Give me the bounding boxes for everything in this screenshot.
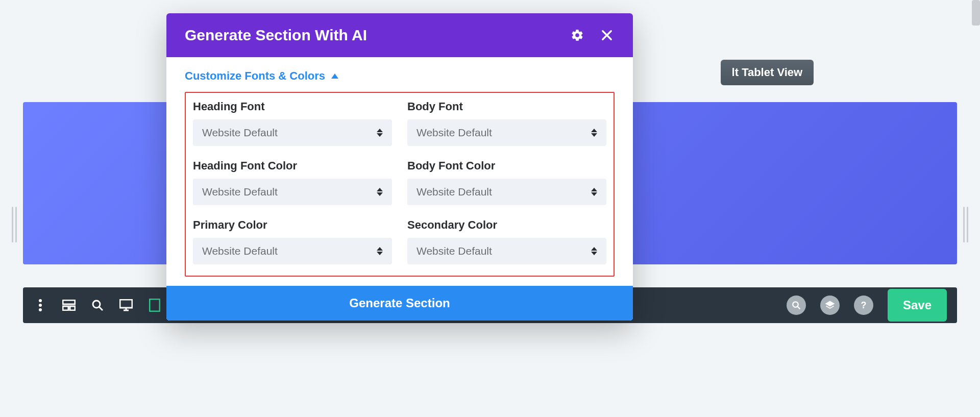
field-heading-font: Heading Font Website Default bbox=[193, 100, 392, 146]
carousel-handle-right[interactable] bbox=[961, 204, 971, 245]
modal-title: Generate Section With AI bbox=[185, 27, 555, 44]
field-secondary-color: Secondary Color Website Default bbox=[407, 218, 606, 264]
carousel-handle-left[interactable] bbox=[9, 204, 19, 245]
save-button-label: Save bbox=[903, 298, 932, 312]
tab-tablet-view[interactable]: lt Tablet View bbox=[721, 60, 814, 85]
field-body-font: Body Font Website Default bbox=[407, 100, 606, 146]
svg-rect-4 bbox=[63, 306, 68, 310]
save-button[interactable]: Save bbox=[888, 289, 947, 322]
sort-arrows-icon bbox=[591, 129, 597, 137]
primary-color-select[interactable]: Website Default bbox=[193, 238, 392, 264]
close-icon[interactable] bbox=[599, 28, 615, 43]
sort-arrows-icon bbox=[377, 129, 383, 137]
heading-font-color-value: Website Default bbox=[202, 186, 278, 198]
secondary-color-select[interactable]: Website Default bbox=[407, 238, 606, 264]
svg-rect-5 bbox=[70, 306, 75, 310]
search-icon[interactable] bbox=[90, 298, 105, 312]
primary-color-label: Primary Color bbox=[193, 218, 392, 232]
heading-font-select[interactable]: Website Default bbox=[193, 119, 392, 146]
primary-color-value: Website Default bbox=[202, 245, 278, 257]
body-font-select[interactable]: Website Default bbox=[407, 119, 606, 146]
zoom-icon[interactable] bbox=[787, 296, 806, 315]
svg-rect-3 bbox=[63, 300, 75, 304]
tablet-icon[interactable] bbox=[148, 298, 162, 312]
svg-line-7 bbox=[99, 307, 103, 310]
generate-section-label: Generate Section bbox=[349, 296, 450, 310]
svg-rect-8 bbox=[120, 300, 132, 308]
svg-rect-11 bbox=[150, 299, 160, 311]
svg-point-1 bbox=[39, 304, 42, 307]
gear-icon[interactable] bbox=[570, 28, 585, 43]
svg-point-2 bbox=[39, 308, 42, 311]
modal-body: Customize Fonts & Colors Heading Font We… bbox=[166, 57, 633, 286]
window-scrollbar[interactable] bbox=[972, 0, 980, 26]
customize-fonts-colors-toggle[interactable]: Customize Fonts & Colors bbox=[185, 69, 615, 83]
secondary-color-label: Secondary Color bbox=[407, 218, 606, 232]
heading-font-color-label: Heading Font Color bbox=[193, 159, 392, 173]
body-font-color-label: Body Font Color bbox=[407, 159, 606, 173]
chevron-up-icon bbox=[331, 73, 338, 79]
sort-arrows-icon bbox=[377, 188, 383, 196]
svg-point-0 bbox=[39, 299, 42, 302]
tab-tablet-view-label: lt Tablet View bbox=[732, 66, 803, 79]
generate-section-button[interactable]: Generate Section bbox=[166, 286, 633, 321]
ai-generate-modal: Generate Section With AI Customize Fonts… bbox=[166, 13, 633, 321]
field-body-font-color: Body Font Color Website Default bbox=[407, 159, 606, 205]
help-glyph: ? bbox=[861, 300, 866, 311]
secondary-color-value: Website Default bbox=[416, 245, 492, 257]
svg-point-12 bbox=[793, 302, 798, 307]
layout-icon[interactable] bbox=[62, 298, 76, 312]
body-font-color-value: Website Default bbox=[416, 186, 492, 198]
modal-header: Generate Section With AI bbox=[166, 13, 633, 57]
sort-arrows-icon bbox=[591, 247, 597, 255]
svg-point-6 bbox=[93, 301, 100, 308]
heading-font-label: Heading Font bbox=[193, 100, 392, 113]
heading-font-color-select[interactable]: Website Default bbox=[193, 179, 392, 205]
svg-marker-14 bbox=[826, 302, 834, 306]
help-icon[interactable]: ? bbox=[854, 296, 873, 315]
desktop-icon[interactable] bbox=[119, 298, 133, 312]
body-font-color-select[interactable]: Website Default bbox=[407, 179, 606, 205]
heading-font-value: Website Default bbox=[202, 127, 278, 139]
sort-arrows-icon bbox=[591, 188, 597, 196]
body-font-label: Body Font bbox=[407, 100, 606, 113]
layers-icon[interactable] bbox=[820, 296, 840, 315]
field-heading-font-color: Heading Font Color Website Default bbox=[193, 159, 392, 205]
field-primary-color: Primary Color Website Default bbox=[193, 218, 392, 264]
kebab-icon[interactable] bbox=[33, 298, 47, 312]
customize-fonts-colors-label: Customize Fonts & Colors bbox=[185, 69, 325, 83]
svg-line-13 bbox=[797, 306, 800, 309]
body-font-value: Website Default bbox=[416, 127, 492, 139]
fonts-colors-fieldset: Heading Font Website Default Body Font W… bbox=[185, 92, 615, 277]
sort-arrows-icon bbox=[377, 247, 383, 255]
